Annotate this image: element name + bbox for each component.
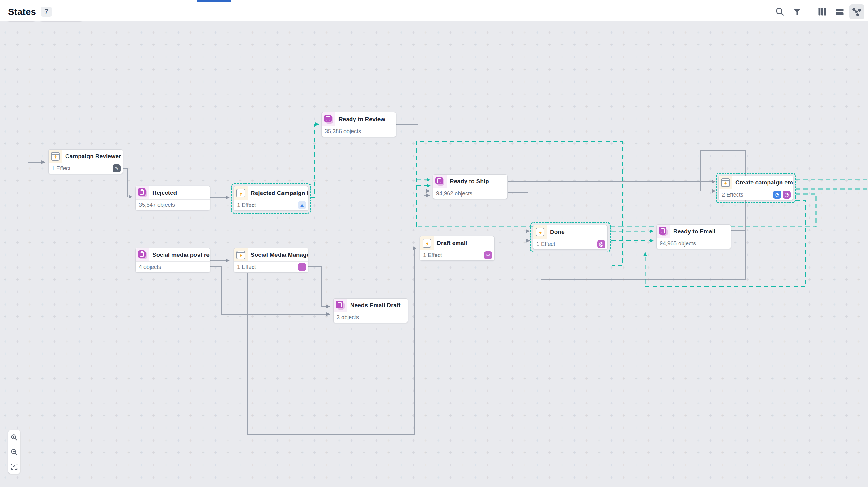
node-header: Create campaign email … (719, 176, 793, 189)
node-meta: 1 Effect (237, 202, 256, 208)
node-meta: 1 Effect (52, 165, 70, 172)
create-effect-icon: ◔ (773, 191, 781, 199)
states-count-badge: 7 (41, 7, 52, 17)
automation-bolt-icon (237, 189, 245, 197)
email-effect-icon: ✉ (484, 251, 492, 259)
board-view-button[interactable] (815, 4, 830, 19)
node-icon-cell (719, 176, 732, 189)
node-header: Social Media Manager (234, 248, 308, 262)
node-icon-cell (234, 186, 248, 200)
header-separator (810, 6, 810, 17)
workflow-node-draft-email[interactable]: Draft email 1 Effect ✉ (420, 236, 495, 261)
zoom-out-button[interactable] (8, 445, 20, 459)
workflow-node-ready-to-ship[interactable]: Ready to Ship 94,962 objects (433, 174, 507, 199)
fit-to-screen-button[interactable] (8, 459, 20, 474)
automation-bolt-icon (536, 228, 545, 236)
list-view-button[interactable] (832, 4, 847, 19)
assign-effect-icon: ✎ (113, 164, 121, 172)
node-meta: 35,386 objects (325, 128, 361, 135)
node-title: Rejected Campaign Re… (248, 186, 308, 200)
node-icon-cell (322, 112, 335, 126)
automation-bolt-icon (721, 178, 730, 187)
node-icon-cell (420, 236, 434, 250)
node-meta: 1 Effect (536, 241, 555, 248)
node-body: 4 objects (136, 262, 210, 272)
node-meta: 3 objects (337, 314, 359, 321)
workflow-node-create-campaign-email[interactable]: Create campaign email … 2 Effects ◔◔ (718, 175, 793, 200)
zoom-in-icon (10, 434, 18, 441)
workflow-node-needs-email-draft[interactable]: Needs Email Draft 3 objects (333, 298, 408, 323)
filter-icon (793, 7, 802, 17)
graph-view-icon (852, 7, 862, 17)
node-meta: 94,962 objects (436, 190, 472, 197)
node-meta: 1 Effect (237, 264, 256, 270)
node-meta: 4 objects (139, 264, 161, 270)
workflow-node-ready-to-review[interactable]: Ready to Review 35,386 objects (321, 112, 396, 137)
mention-effect-icon: @ (597, 240, 605, 248)
node-title: Campaign Reviewer (62, 150, 123, 163)
node-icon-cell (533, 225, 547, 238)
node-icon-cell (334, 298, 347, 312)
node-title: Social media post read… (149, 248, 210, 261)
node-title: Draft email (434, 236, 494, 250)
node-header: Rejected Campaign Re… (234, 186, 308, 200)
workflow-node-campaign-reviewer[interactable]: Campaign Reviewer 1 Effect ✎ (48, 149, 123, 174)
node-body: 2 Effects ◔◔ (719, 189, 793, 200)
active-tab-indicator (197, 0, 231, 2)
workflow-node-ready-to-email[interactable]: Ready to Email 94,965 objects (656, 224, 731, 249)
zoom-in-button[interactable] (8, 430, 20, 445)
node-badges: @ (597, 240, 605, 248)
filter-button[interactable] (790, 4, 805, 19)
node-body: 1 Effect ⋯ (234, 262, 308, 272)
image-effect-icon: ▲ (298, 201, 306, 209)
node-title: Ready to Ship (447, 174, 507, 188)
state-clipboard-icon (324, 115, 333, 124)
tab-divider (192, 0, 192, 2)
node-title: Create campaign email … (732, 176, 793, 189)
browser-tab-strip (0, 0, 868, 2)
node-header: Social media post read… (136, 248, 210, 262)
graph-view-button[interactable] (849, 4, 864, 19)
zoom-out-icon (10, 448, 18, 456)
state-clipboard-icon (435, 177, 444, 186)
board-view-icon (817, 7, 827, 17)
workflow-node-done[interactable]: Done 1 Effect @ (533, 225, 608, 250)
node-body: 94,962 objects (433, 188, 507, 199)
state-clipboard-icon (336, 301, 345, 310)
node-header: Campaign Reviewer (49, 150, 123, 163)
workflow-node-social-media-manager[interactable]: Social Media Manager 1 Effect ⋯ (234, 248, 309, 272)
workflow-node-rejected-campaign-rework[interactable]: Rejected Campaign Re… 1 Effect ▲ (234, 186, 309, 211)
workflow-node-social-media-post-ready[interactable]: Social media post read… 4 objects (135, 248, 210, 272)
node-header: Ready to Review (322, 112, 396, 126)
workflow-canvas[interactable]: ++++++++++++++++++++++++++++++++++++++++… (0, 21, 868, 487)
node-header: Ready to Ship (433, 174, 507, 188)
automation-bolt-icon (423, 239, 431, 248)
node-badges: ✎ (113, 164, 121, 172)
node-body: 35,547 objects (136, 200, 210, 210)
node-header: Draft email (420, 236, 494, 250)
workflow-node-rejected[interactable]: Rejected 35,547 objects (135, 186, 210, 210)
state-clipboard-icon (659, 227, 668, 236)
node-meta: 35,547 objects (139, 202, 175, 208)
header-actions (773, 2, 864, 21)
zoom-controls (8, 430, 21, 474)
node-meta: 1 Effect (423, 252, 442, 259)
node-header: Ready to Email (657, 225, 731, 238)
node-header: Needs Email Draft (334, 298, 408, 312)
node-badges: ⋯ (298, 263, 306, 271)
node-body: 35,386 objects (322, 126, 396, 137)
node-title: Done (547, 225, 608, 238)
state-clipboard-icon (138, 188, 147, 197)
node-title: Social Media Manager (248, 248, 308, 261)
search-button[interactable] (773, 4, 787, 19)
node-meta: 2 Effects (722, 192, 743, 198)
node-title: Needs Email Draft (347, 298, 408, 312)
node-icon-cell (433, 174, 447, 188)
list-view-icon (835, 7, 844, 17)
node-title: Rejected (149, 186, 210, 199)
search-icon (775, 7, 785, 17)
page-title: States (8, 6, 36, 17)
node-title: Ready to Review (335, 112, 396, 126)
workflow-map-app: { "topbar": { "title": "States", "count"… (0, 0, 868, 487)
node-header: Rejected (136, 186, 210, 200)
